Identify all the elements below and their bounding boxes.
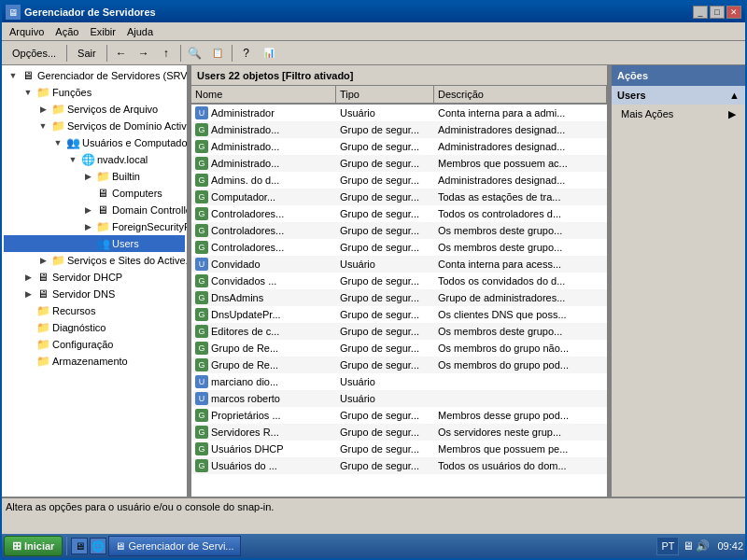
row-icon: G: [195, 342, 208, 355]
table-row[interactable]: G Administrado... Grupo de segur... Memb…: [191, 155, 607, 172]
main-area: ▼ 🖥 Gerenciador de Servidores (SRVAD) ▼ …: [2, 65, 745, 497]
tree-item-armazenamento[interactable]: ▶ 📁 Armazenamento: [4, 353, 185, 370]
table-row[interactable]: G Usuários do ... Grupo de segur... Todo…: [191, 457, 607, 474]
table-row[interactable]: G Editores de c... Grupo de segur... Os …: [191, 323, 607, 340]
row-icon: G: [195, 207, 208, 220]
window-title: Gerenciador de Servidores: [24, 7, 156, 18]
tree-item-servicos-sites[interactable]: ▶ 📁 Serviços e Sites do Active...: [4, 252, 185, 269]
language-indicator[interactable]: PT: [656, 537, 679, 555]
folder-icon: 📁: [35, 337, 50, 352]
table-row[interactable]: G Usuários DHCP Grupo de segur... Membro…: [191, 441, 607, 457]
table-row[interactable]: G Administrado... Grupo de segur... Admi…: [191, 121, 607, 138]
row-icon: G: [195, 224, 208, 237]
table-row[interactable]: G Controladores... Grupo de segur... Os …: [191, 239, 607, 256]
toolbar-separator-4: [232, 45, 233, 62]
list-header: Nome Tipo Descrição: [191, 86, 607, 105]
tree-label: Gerenciador de Servidores (SRVAD): [37, 70, 189, 81]
search-button[interactable]: 🔍: [185, 43, 205, 63]
table-row[interactable]: G Controladores... Grupo de segur... Os …: [191, 222, 607, 239]
minimize-button[interactable]: _: [693, 6, 708, 19]
actions-item-label: Mais Ações: [621, 108, 673, 119]
properties-button[interactable]: 📋: [207, 43, 228, 63]
col-header-nome[interactable]: Nome: [191, 86, 336, 103]
table-row[interactable]: U Administrador Usuário Conta interna pa…: [191, 105, 607, 121]
toolbar-separator-1: [66, 45, 67, 62]
col-header-tipo[interactable]: Tipo: [336, 86, 434, 103]
row-type: Grupo de segur...: [336, 241, 434, 254]
tree-item-usuarios-computadores[interactable]: ▼ 👥 Usuários e Computadores: [4, 134, 185, 151]
row-desc: Os servidores neste grup...: [434, 426, 607, 439]
folder-icon: 📁: [35, 320, 50, 335]
tree-item-servicos-dominio[interactable]: ▼ 📁 Serviços de Domínio Active Dir...: [4, 118, 185, 134]
row-name: Usuários DHCP: [211, 443, 284, 455]
tree-item-diagnostico[interactable]: ▶ 📁 Diagnóstico: [4, 319, 185, 336]
menu-ajuda[interactable]: Ajuda: [121, 24, 159, 39]
tree-item-funcoes[interactable]: ▼ 📁 Funções: [4, 84, 185, 101]
taskbar-icon-2[interactable]: 🌐: [90, 538, 106, 554]
up-button[interactable]: ↑: [156, 43, 176, 63]
tree-label: Serviços de Domínio Active Dir...: [67, 120, 189, 132]
table-row[interactable]: G DnsUpdatePr... Grupo de segur... Os cl…: [191, 306, 607, 323]
tree-item-servicos-arquivo[interactable]: ▶ 📁 Serviços de Arquivo: [4, 101, 185, 118]
tree-label: Funções: [52, 87, 92, 98]
row-desc: Membros que possuem pe...: [434, 442, 607, 455]
close-button[interactable]: ✕: [726, 6, 741, 19]
tree-item-dns[interactable]: ▶ 🖥 Servidor DNS: [4, 286, 185, 302]
back-button[interactable]: ←: [111, 43, 132, 63]
tree-item-root[interactable]: ▼ 🖥 Gerenciador de Servidores (SRVAD): [4, 67, 185, 84]
table-row[interactable]: G Admins. do d... Grupo de segur... Admi…: [191, 172, 607, 189]
export-button[interactable]: 📊: [259, 43, 279, 63]
row-icon: G: [195, 308, 208, 321]
menu-exibir[interactable]: Exibir: [84, 24, 121, 39]
table-row[interactable]: G Grupo de Re... Grupo de segur... Os me…: [191, 340, 607, 357]
options-button[interactable]: Opções...: [6, 43, 63, 63]
table-row[interactable]: U marciano dio... Usuário: [191, 373, 607, 390]
actions-item-mais-acoes[interactable]: Mais Ações ▶: [612, 105, 745, 123]
tree-item-recursos[interactable]: ▶ 📁 Recursos: [4, 302, 185, 319]
tree-label: Serviços e Sites do Active...: [67, 255, 189, 266]
table-row[interactable]: G Convidados ... Grupo de segur... Todos…: [191, 273, 607, 289]
table-row[interactable]: G DnsAdmins Grupo de segur... Grupo de a…: [191, 289, 607, 306]
row-desc: Membros desse grupo pod...: [434, 409, 607, 422]
actions-section-users[interactable]: Users ▲: [612, 86, 745, 105]
tree-item-nvadv[interactable]: ▼ 🌐 nvadv.local: [4, 151, 185, 168]
computer-icon: 🖥: [95, 203, 110, 217]
taskbar-app-button[interactable]: 🖥 Gerenciador de Servi...: [108, 536, 240, 556]
row-name: Grupo de Re...: [211, 359, 278, 371]
col-header-descricao[interactable]: Descrição: [434, 86, 607, 103]
row-type: Grupo de segur...: [336, 224, 434, 237]
sair-button[interactable]: Sair: [71, 43, 103, 63]
start-button[interactable]: ⊞ Iniciar: [4, 536, 63, 556]
forward-button[interactable]: →: [134, 43, 154, 63]
tree-panel: ▼ 🖥 Gerenciador de Servidores (SRVAD) ▼ …: [2, 65, 189, 497]
expand-icon: ▼: [21, 85, 35, 100]
tree-item-users[interactable]: ▶ 👥 Users: [4, 235, 185, 252]
folder-icon: 📁: [35, 85, 50, 100]
table-row[interactable]: U marcos roberto Usuário: [191, 390, 607, 407]
table-row[interactable]: G Controladores... Grupo de segur... Tod…: [191, 205, 607, 222]
computer-icon: 🖥: [95, 186, 110, 201]
row-name: Controladores...: [211, 225, 284, 236]
table-row[interactable]: G Computador... Grupo de segur... Todas …: [191, 189, 607, 205]
row-desc: Os membros do grupo não...: [434, 342, 607, 355]
maximize-button[interactable]: □: [710, 6, 725, 19]
table-row[interactable]: G Servidores R... Grupo de segur... Os s…: [191, 424, 607, 441]
table-row[interactable]: G Proprietários ... Grupo de segur... Me…: [191, 407, 607, 424]
tree-item-dc[interactable]: ▶ 🖥 Domain Controllers: [4, 202, 185, 218]
table-row[interactable]: G Administrado... Grupo de segur... Admi…: [191, 138, 607, 155]
help-button[interactable]: ?: [236, 43, 257, 63]
tree-label: Armazenamento: [52, 356, 128, 367]
server-icon: 🖥: [35, 270, 50, 285]
table-row[interactable]: U Convidado Usuário Conta interna para a…: [191, 256, 607, 273]
tree-item-computers[interactable]: ▶ 🖥 Computers: [4, 185, 185, 202]
table-row[interactable]: G Grupo de Re... Grupo de segur... Os me…: [191, 357, 607, 373]
taskbar-icon-1[interactable]: 🖥: [71, 538, 88, 554]
tree-label: nvadv.local: [97, 154, 148, 165]
tree-item-dhcp[interactable]: ▶ 🖥 Servidor DHCP: [4, 269, 185, 286]
menu-arquivo[interactable]: Arquivo: [4, 24, 49, 39]
row-type: Grupo de segur...: [336, 325, 434, 338]
tree-item-builtin[interactable]: ▶ 📁 Builtin: [4, 168, 185, 185]
tree-item-foreignsecurity[interactable]: ▶ 📁 ForeignSecurityPr...: [4, 218, 185, 235]
menu-acao[interactable]: Ação: [49, 24, 84, 39]
tree-item-configuracao[interactable]: ▶ 📁 Configuração: [4, 336, 185, 353]
